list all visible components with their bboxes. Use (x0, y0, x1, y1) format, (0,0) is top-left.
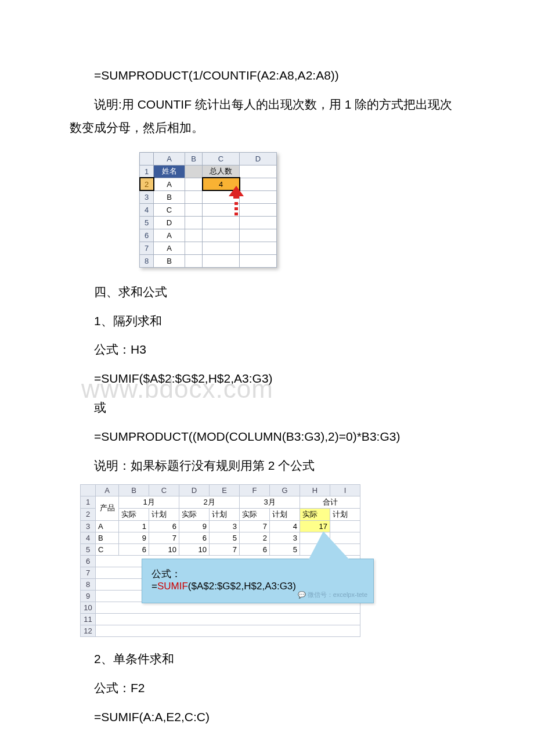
formula-text: =SUMPRODUCT(1/COUNTIF(A2:A8,A2:A8)) (70, 64, 464, 87)
cell (240, 178, 277, 190)
cell (185, 190, 203, 203)
cell: 合计 (300, 496, 360, 508)
section-heading: 四、求和公式 (70, 280, 464, 304)
cell: A (154, 178, 185, 190)
col-header: A (96, 484, 119, 496)
cell (185, 254, 203, 267)
col-header: E (210, 484, 240, 496)
col-header: D (179, 484, 210, 496)
row-header: 1 (140, 165, 154, 178)
cell (240, 216, 277, 229)
cell: 6 (240, 543, 270, 555)
col-header: I (330, 484, 360, 496)
row-header: 6 (140, 229, 154, 242)
cell (96, 613, 360, 625)
cell: 10 (179, 543, 210, 555)
svg-rect-3 (234, 213, 238, 215)
cell: 计划 (149, 508, 179, 520)
cell: 7 (149, 532, 179, 543)
row-header: 7 (140, 242, 154, 254)
row-header: 9 (81, 590, 96, 602)
cell (330, 520, 360, 532)
cell: 7 (210, 543, 240, 555)
formula-text: =SUMIF(A:A,E2,C:C) (70, 705, 464, 729)
item-text: 1、隔列求和 (70, 309, 464, 333)
item-text: 2、单条件求和 (70, 647, 464, 671)
col-header: B (119, 484, 149, 496)
cell: 1 (119, 520, 149, 532)
row-header: 5 (140, 216, 154, 229)
cell (240, 203, 277, 216)
cell: B (96, 532, 119, 543)
cell: 1月 (119, 496, 179, 508)
row-header: 8 (140, 254, 154, 267)
col-header-c: C (203, 152, 240, 165)
row-header: 3 (81, 520, 96, 532)
cell: 总人数 (203, 165, 240, 178)
row-header: 3 (140, 190, 154, 203)
excel-screenshot-2: A B C D E F G H I 1 产品 1月 2月 3月 合计 2 实际 (80, 484, 464, 637)
cell: 9 (119, 532, 149, 543)
cell (96, 625, 360, 636)
cell: 实际 (119, 508, 149, 520)
cell: 2 (240, 532, 270, 543)
cell: 3 (210, 520, 240, 532)
formula-text: =SUMIF($A$2:$G$2,H$2,A3:G3) (70, 367, 464, 390)
cell (203, 242, 240, 254)
cell (240, 242, 277, 254)
cell (96, 602, 360, 613)
cell: 实际 (300, 508, 330, 520)
cell: A (96, 520, 119, 532)
formula-label: 公式：F2 (70, 676, 464, 700)
cell: 实际 (179, 508, 210, 520)
row-header: 6 (81, 555, 96, 567)
svg-marker-0 (229, 186, 244, 199)
cell: 5 (270, 543, 300, 555)
cell: 6 (119, 543, 149, 555)
cell (240, 229, 277, 242)
cell (185, 178, 203, 190)
formula-text: =SUMPRODUCT((MOD(COLUMN(B3:G3),2)=0)*B3:… (70, 425, 464, 448)
cell: 3月 (240, 496, 300, 508)
formula-label: 公式：H3 (70, 338, 464, 361)
col-header: F (240, 484, 270, 496)
col-header-d: D (240, 152, 277, 165)
cell (185, 165, 203, 178)
row-header: 2 (140, 178, 154, 190)
cell: 姓名 (154, 165, 185, 178)
cell: A (154, 242, 185, 254)
svg-rect-2 (234, 207, 238, 210)
row-header: 5 (81, 543, 96, 555)
cell: 9 (179, 520, 210, 532)
col-header: G (270, 484, 300, 496)
cell: 计划 (210, 508, 240, 520)
cell: 3 (270, 532, 300, 543)
row-header: 2 (81, 508, 96, 520)
cell (203, 229, 240, 242)
cell (203, 254, 240, 267)
cell (240, 165, 277, 178)
col-header-a: A (154, 152, 185, 165)
explain-text: 说明：如果标题行没有规则用第 2 个公式 (70, 454, 464, 477)
cell: 10 (149, 543, 179, 555)
cell (240, 254, 277, 267)
row-header: 4 (140, 203, 154, 216)
or-text: 或 (70, 396, 464, 419)
cell: 计划 (330, 508, 360, 520)
col-header: H (300, 484, 330, 496)
svg-rect-1 (234, 202, 238, 205)
row-header: 10 (81, 602, 96, 613)
cell: 5 (210, 532, 240, 543)
cell: 计划 (270, 508, 300, 520)
cell: C (96, 543, 119, 555)
cell (185, 203, 203, 216)
select-all-corner (81, 484, 96, 496)
callout-label: 公式： (151, 567, 364, 581)
cell: D (154, 216, 185, 229)
wechat-icon: 💬 (298, 591, 308, 598)
row-header: 4 (81, 532, 96, 543)
cell: B (154, 254, 185, 267)
formula-callout: 公式： =SUMIF($A$2:$G$2,H$2,A3:G3) 💬 微信号：ex… (142, 559, 374, 603)
row-header: 12 (81, 625, 96, 636)
wechat-label: 💬 微信号：excelpx-tete (298, 591, 367, 599)
